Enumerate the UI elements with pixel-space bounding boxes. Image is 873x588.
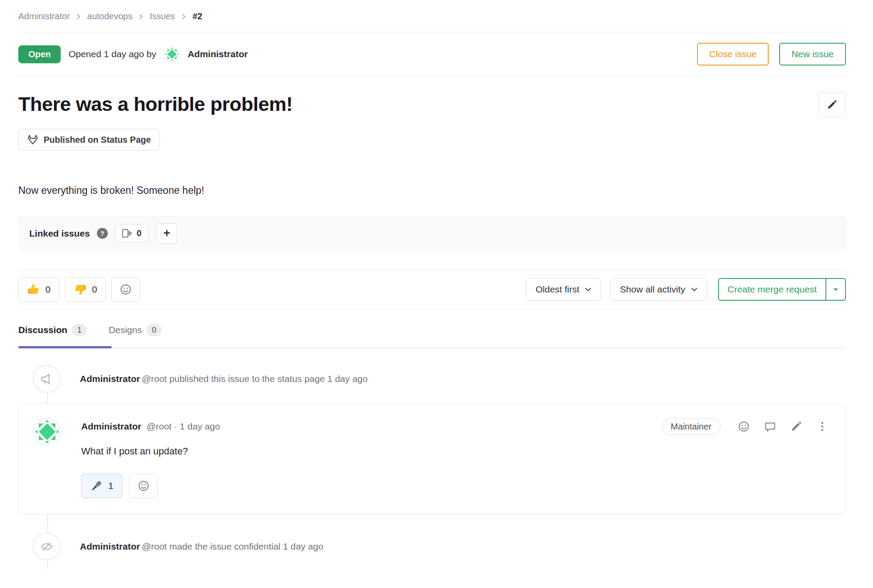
system-note-text: Administrator@root made the issue confid… xyxy=(80,541,323,552)
system-note-body: @root made the issue confidential 1 day … xyxy=(142,541,323,551)
active-tab-indicator xyxy=(18,346,112,348)
system-note-body: @root published this issue to the status… xyxy=(142,374,368,384)
page-title: There was a horrible problem! xyxy=(18,92,292,117)
activity-filter-dropdown[interactable]: Show all activity xyxy=(610,278,707,301)
issue-status-bar: Open Opened 1 day ago by Administrator C… xyxy=(18,32,846,76)
activity-filter-label: Show all activity xyxy=(620,284,685,295)
author-avatar[interactable] xyxy=(164,46,180,62)
create-merge-request-split-button: Create merge request xyxy=(718,278,846,301)
linked-issues-count: 0 xyxy=(115,224,148,243)
status-page-badge-label: Published on Status Page xyxy=(44,135,151,145)
edit-title-button[interactable] xyxy=(818,92,846,117)
issue-page: Administrator autodevops Issues #2 Open … xyxy=(0,0,873,560)
thumbs-up-icon xyxy=(27,283,40,296)
issue-count-icon xyxy=(122,228,133,238)
linked-issues-count-value: 0 xyxy=(137,228,141,238)
smiley-icon xyxy=(137,479,150,492)
discussion-tabs: Discussion 1 Designs 0 xyxy=(18,324,846,348)
create-merge-request-button[interactable]: Create merge request xyxy=(719,279,826,300)
chevron-down-icon xyxy=(691,287,698,292)
chevron-down-icon xyxy=(585,287,591,292)
system-note-published: Administrator@root published this issue … xyxy=(18,365,846,393)
comment-author-avatar[interactable] xyxy=(33,418,61,446)
breadcrumb-current-issue-number: #2 xyxy=(192,11,202,21)
pencil-icon xyxy=(826,99,838,110)
gitlab-tanuki-icon xyxy=(27,134,38,145)
author-name-link[interactable]: Administrator xyxy=(80,374,140,384)
comment-meta: @root · 1 day ago xyxy=(147,421,220,432)
add-linked-issue-button[interactable]: + xyxy=(156,223,177,244)
thumbs-up-count: 0 xyxy=(45,284,51,295)
role-badge: Maintainer xyxy=(662,419,721,435)
comment-reply-button[interactable] xyxy=(760,418,780,435)
close-issue-button[interactable]: Close issue xyxy=(697,43,769,65)
chevron-right-icon xyxy=(139,13,143,20)
help-icon[interactable]: ? xyxy=(97,228,108,239)
microphone-reaction-count: 1 xyxy=(108,481,113,491)
thumbs-up-reaction-button[interactable]: 0 xyxy=(18,277,59,302)
linked-issues-label: Linked issues xyxy=(29,228,90,239)
comment-add-reaction-button[interactable] xyxy=(734,418,754,435)
breadcrumb: Administrator autodevops Issues #2 xyxy=(18,0,846,21)
discussion-timeline: Administrator@root published this issue … xyxy=(18,365,846,560)
eye-slash-icon xyxy=(33,533,61,560)
microphone-icon xyxy=(90,479,103,492)
comment-author-link[interactable]: Administrator xyxy=(81,421,141,432)
comment-edit-button[interactable] xyxy=(786,418,806,435)
thumbs-down-icon xyxy=(74,283,87,296)
comment-more-actions-button[interactable] xyxy=(812,418,832,435)
comment-add-emoji-button[interactable] xyxy=(129,474,158,498)
tab-discussion-count: 1 xyxy=(72,324,87,336)
caret-down-icon xyxy=(833,288,839,292)
microphone-reaction-button[interactable]: 1 xyxy=(81,474,122,498)
comment-body: What if I post an update? xyxy=(81,446,832,457)
breadcrumb-item-autodevops[interactable]: autodevops xyxy=(87,11,132,21)
system-note-confidential: Administrator@root made the issue confid… xyxy=(18,533,846,560)
pencil-icon xyxy=(790,420,802,433)
tab-discussion-label: Discussion xyxy=(18,325,67,335)
issue-description: Now everything is broken! Someone help! xyxy=(18,185,846,196)
comment-bubble-icon xyxy=(764,420,777,433)
comment-main: Administrator @root · 1 day ago Maintain… xyxy=(81,418,832,498)
status-page-badge: Published on Status Page xyxy=(18,129,160,151)
add-emoji-button[interactable] xyxy=(111,277,140,302)
smiley-icon xyxy=(119,283,132,296)
tab-designs[interactable]: Designs 0 xyxy=(109,324,162,336)
tab-designs-count: 0 xyxy=(147,324,162,336)
comment-card: Administrator @root · 1 day ago Maintain… xyxy=(18,403,846,514)
awards-row: 0 0 Oldest first Show all activity Creat… xyxy=(18,270,846,309)
linked-issues-panel: Linked issues ? 0 + xyxy=(18,217,846,250)
breadcrumb-item-issues[interactable]: Issues xyxy=(150,11,175,21)
system-note-text: Administrator@root published this issue … xyxy=(80,374,368,384)
title-row: There was a horrible problem! xyxy=(18,92,846,117)
chevron-right-icon xyxy=(182,13,186,20)
comment-reactions: 1 xyxy=(81,474,832,498)
author-name-link[interactable]: Administrator xyxy=(188,49,248,59)
author-name-link[interactable]: Administrator xyxy=(80,541,140,551)
sort-dropdown-label: Oldest first xyxy=(536,284,579,295)
thumbs-down-reaction-button[interactable]: 0 xyxy=(65,277,106,302)
kebab-menu-icon xyxy=(817,421,828,432)
create-merge-request-dropdown-toggle[interactable] xyxy=(826,279,845,300)
chevron-right-icon xyxy=(76,13,81,20)
sort-dropdown[interactable]: Oldest first xyxy=(526,278,601,301)
new-issue-button[interactable]: New issue xyxy=(779,43,846,65)
comment-header: Administrator @root · 1 day ago Maintain… xyxy=(81,418,832,435)
comment-actions xyxy=(734,418,832,435)
megaphone-icon xyxy=(33,365,61,393)
open-status-badge: Open xyxy=(18,45,61,63)
breadcrumb-item-administrator[interactable]: Administrator xyxy=(18,11,70,21)
divider xyxy=(18,76,846,76)
opened-text: Opened 1 day ago by xyxy=(69,49,156,59)
tab-discussion[interactable]: Discussion 1 xyxy=(18,324,87,336)
smiley-icon xyxy=(737,420,750,433)
tab-designs-label: Designs xyxy=(109,325,142,335)
thumbs-down-count: 0 xyxy=(92,284,97,295)
